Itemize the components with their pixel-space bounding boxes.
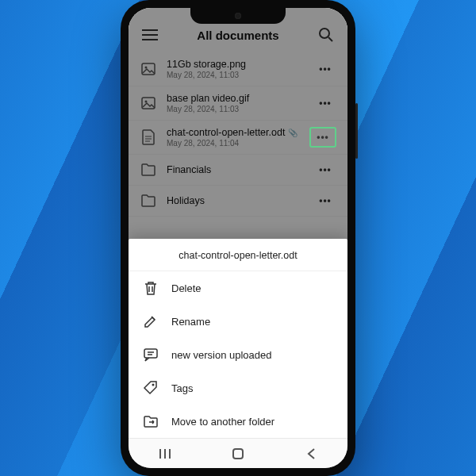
rename-icon: [143, 313, 159, 329]
phone-notch: [190, 8, 286, 24]
android-navbar: [129, 438, 347, 468]
sheet-title: chat-control-open-letter.odt: [129, 239, 347, 271]
sheet-item-trash[interactable]: Delete: [129, 271, 347, 305]
nav-recent-icon[interactable]: [155, 444, 175, 463]
tag-icon: [143, 380, 159, 396]
trash-icon: [143, 280, 159, 296]
action-sheet: chat-control-open-letter.odt DeleteRenam…: [129, 239, 347, 438]
sheet-item-move[interactable]: Move to another folder: [129, 405, 347, 438]
nav-home-icon[interactable]: [228, 444, 248, 463]
sheet-item-label: Delete: [171, 282, 202, 294]
sheet-item-label: Rename: [171, 316, 210, 328]
nav-back-icon[interactable]: [301, 444, 321, 463]
sheet-item-label: new version uploaded: [171, 349, 271, 361]
phone-frame: All documents 11Gb storage.pngMay 28, 20…: [121, 0, 355, 476]
comment-icon: [143, 347, 159, 363]
move-icon: [143, 413, 159, 429]
sheet-item-label: Move to another folder: [171, 416, 274, 428]
screen: All documents 11Gb storage.pngMay 28, 20…: [129, 8, 347, 468]
svg-rect-7: [233, 449, 243, 459]
sheet-item-label: Tags: [171, 382, 193, 394]
more-icon[interactable]: •••: [309, 127, 336, 148]
svg-point-6: [152, 384, 155, 386]
sheet-item-tag[interactable]: Tags: [129, 371, 347, 405]
sheet-item-comment[interactable]: new version uploaded: [129, 338, 347, 371]
sheet-item-rename[interactable]: Rename: [129, 305, 347, 338]
svg-rect-5: [144, 349, 157, 358]
side-button: [355, 103, 358, 159]
